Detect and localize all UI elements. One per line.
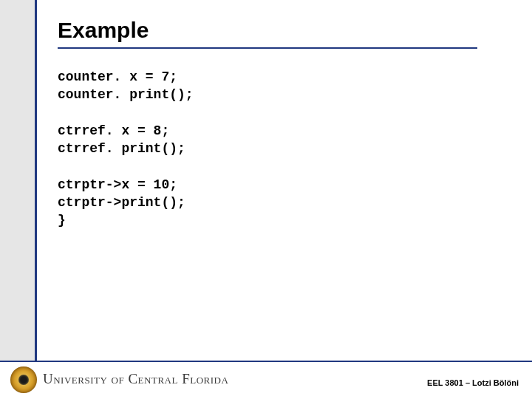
code-line: counter. print(); [58, 87, 194, 102]
footer-divider [0, 361, 532, 362]
code-block: counter. x = 7; counter. print(); ctrref… [58, 68, 194, 230]
code-line: ctrptr->print(); [58, 195, 185, 210]
course-footer: EEL 3801 – Lotzi Bölöni [427, 378, 519, 387]
title-underline [58, 47, 477, 49]
slide: Example counter. x = 7; counter. print()… [0, 0, 532, 399]
ucf-logo [10, 366, 37, 393]
code-line: ctrref. print(); [58, 141, 185, 156]
slide-title: Example [58, 18, 149, 43]
code-line: ctrptr->x = 10; [58, 177, 177, 192]
code-line: counter. x = 7; [58, 69, 177, 84]
pegasus-seal-icon [10, 366, 37, 393]
pegasus-seal-center [18, 375, 29, 385]
code-line: } [58, 213, 66, 228]
university-name: University of Central Florida [43, 371, 228, 387]
code-line: ctrref. x = 8; [58, 123, 169, 138]
left-accent-bar [0, 0, 37, 361]
